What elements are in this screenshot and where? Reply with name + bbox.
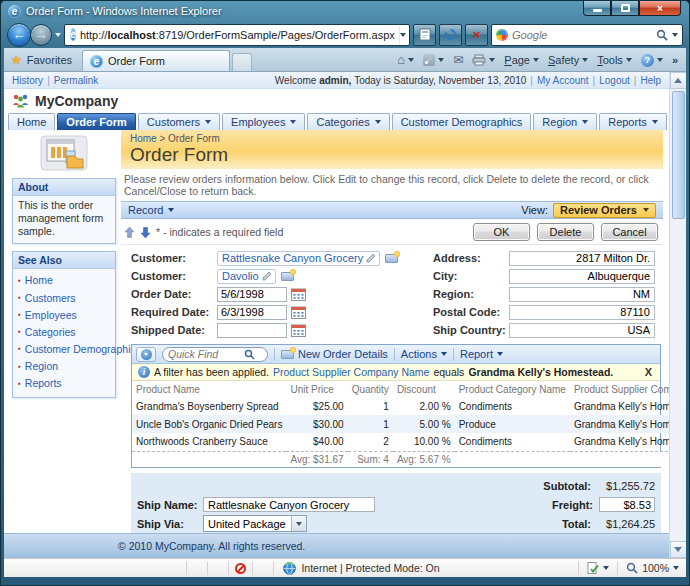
delete-button[interactable]: Delete	[537, 223, 594, 241]
page-menu[interactable]: Page	[504, 54, 539, 66]
more-commands-chevron[interactable]: »	[672, 54, 678, 66]
tools-menu[interactable]: Tools	[597, 54, 632, 66]
new-employee-icon[interactable]	[281, 272, 294, 281]
favorites-button[interactable]: ★ Favorites	[4, 53, 82, 71]
move-down-icon[interactable]	[140, 227, 151, 238]
record-menu[interactable]: Record	[128, 204, 174, 216]
region-input[interactable]	[509, 287, 655, 302]
quick-find-input[interactable]	[168, 348, 242, 360]
col-quantity[interactable]: Quantity	[348, 381, 393, 397]
ship-name-input[interactable]	[203, 497, 375, 512]
product-name-link[interactable]: Northwoods Cranberry Sauce	[132, 433, 286, 451]
employee-lookup[interactable]: Davolio	[217, 269, 276, 284]
scroll-up-button[interactable]	[670, 72, 687, 89]
recent-pages-dropdown[interactable]	[55, 33, 61, 37]
nav-tab-employees[interactable]: Employees	[222, 113, 305, 130]
popup-blocked-icon[interactable]	[235, 563, 246, 574]
chevron-down-icon[interactable]	[291, 516, 306, 531]
zoom-control[interactable]: 100%	[619, 562, 686, 574]
ship-via-select[interactable]: United Package	[203, 515, 307, 532]
scrollbar-thumb[interactable]	[672, 91, 685, 219]
search-input[interactable]	[512, 29, 652, 41]
filter-field-link[interactable]: Product Supplier Company Name	[273, 366, 429, 378]
print-button[interactable]	[472, 54, 495, 66]
sidebar-item-reports[interactable]: ▪Reports	[18, 375, 111, 392]
safety-menu[interactable]: Safety	[548, 54, 588, 66]
postal-code-input[interactable]	[509, 305, 655, 320]
search-options-dropdown[interactable]	[672, 33, 678, 37]
my-account-link[interactable]: My Account	[537, 75, 589, 86]
forward-button[interactable]: →	[30, 24, 52, 46]
filter-close-button[interactable]: X	[645, 366, 654, 378]
table-row[interactable]: Northwoods Cranberry Sauce $40.00 2 10.0…	[132, 433, 669, 451]
scroll-down-button[interactable]	[670, 541, 687, 558]
sidebar-item-categories[interactable]: ▪Categories	[18, 324, 111, 341]
search-box[interactable]	[491, 24, 683, 46]
move-up-icon[interactable]	[124, 227, 135, 238]
freight-input[interactable]	[599, 497, 655, 512]
col-product-name[interactable]: Product Name	[132, 381, 286, 397]
history-link[interactable]: History	[12, 75, 43, 86]
security-zone[interactable]: Internet | Protected Mode: On	[275, 562, 447, 575]
report-menu[interactable]: Report	[460, 348, 503, 360]
stop-button[interactable]: ×	[465, 24, 488, 46]
col-discount[interactable]: Discount	[393, 381, 455, 397]
cancel-button[interactable]: Cancel	[601, 223, 658, 241]
sidebar-item-region[interactable]: ▪Region	[18, 358, 111, 375]
home-button[interactable]: ⌂	[397, 55, 414, 65]
breadcrumb-home-link[interactable]: Home	[130, 133, 157, 144]
close-button[interactable]: ×	[639, 1, 681, 16]
page-check-button[interactable]	[580, 562, 616, 574]
ok-button[interactable]: OK	[473, 223, 530, 241]
view-selector[interactable]: Review Orders	[553, 203, 656, 218]
customer-lookup[interactable]: Rattlesnake Canyon Grocery	[217, 251, 380, 266]
read-mail-button[interactable]: ✉	[453, 53, 463, 67]
product-name-link[interactable]: Grandma's Boysenberry Spread	[132, 397, 286, 415]
back-button[interactable]: ←	[7, 23, 31, 47]
col-product-category[interactable]: Product Category Name	[455, 381, 570, 397]
sidebar-item-customer-demographics[interactable]: ▪Customer Demographics	[18, 341, 111, 358]
refresh-button[interactable]	[439, 24, 462, 46]
table-row[interactable]: Grandma's Boysenberry Spread $25.00 1 2.…	[132, 397, 669, 415]
sidebar-item-customers[interactable]: ▪Customers	[18, 290, 111, 307]
order-date-input[interactable]	[217, 287, 287, 302]
search-icon[interactable]	[656, 29, 668, 41]
sidebar-item-home[interactable]: ▪Home	[18, 272, 111, 289]
url-dropdown[interactable]	[399, 26, 407, 44]
nav-tab-customers[interactable]: Customers	[138, 113, 220, 130]
nav-tab-categories[interactable]: Categories	[307, 113, 389, 130]
new-tab-button[interactable]	[232, 53, 252, 71]
logout-link[interactable]: Logout	[599, 75, 630, 86]
nav-tab-order-form[interactable]: Order Form	[57, 113, 136, 130]
city-input[interactable]	[509, 269, 655, 284]
help-menu[interactable]: ?	[641, 54, 663, 67]
ship-country-input[interactable]	[509, 323, 655, 338]
edit-pencil-icon[interactable]	[262, 271, 272, 281]
new-customer-icon[interactable]	[385, 254, 398, 263]
address-input[interactable]	[509, 251, 655, 266]
nav-tab-reports[interactable]: Reports	[599, 113, 667, 130]
quick-find-options-button[interactable]	[136, 347, 156, 362]
nav-tab-customer-demographics[interactable]: Customer Demographics	[392, 113, 532, 130]
calendar-icon[interactable]	[291, 288, 306, 301]
table-row[interactable]: Uncle Bob's Organic Dried Pears $30.00 1…	[132, 415, 669, 433]
nav-tab-home[interactable]: Home	[8, 113, 55, 130]
feeds-button[interactable]	[423, 54, 444, 66]
maximize-button[interactable]	[611, 1, 639, 16]
calendar-icon[interactable]	[291, 306, 306, 319]
edit-pencil-icon[interactable]	[366, 253, 376, 263]
vertical-scrollbar[interactable]	[669, 72, 686, 558]
browser-tab-order-form[interactable]: e Order Form	[82, 50, 230, 71]
sidebar-item-employees[interactable]: ▪Employees	[18, 307, 111, 324]
search-icon[interactable]	[244, 349, 255, 360]
nav-tab-region[interactable]: Region	[533, 113, 597, 130]
quick-find-box[interactable]	[162, 347, 268, 362]
product-name-link[interactable]: Uncle Bob's Organic Dried Pears	[132, 415, 286, 433]
compatibility-view-button[interactable]	[413, 24, 436, 46]
new-order-details-button[interactable]: New Order Details	[281, 348, 388, 360]
url-field[interactable]: e http://localhost:8719/OrderFormSample/…	[64, 24, 410, 46]
minimize-button[interactable]	[583, 1, 611, 16]
permalink-link[interactable]: Permalink	[54, 75, 98, 86]
col-product-supplier[interactable]: Product Supplier Company Name	[570, 381, 669, 397]
shipped-date-input[interactable]	[217, 323, 287, 338]
